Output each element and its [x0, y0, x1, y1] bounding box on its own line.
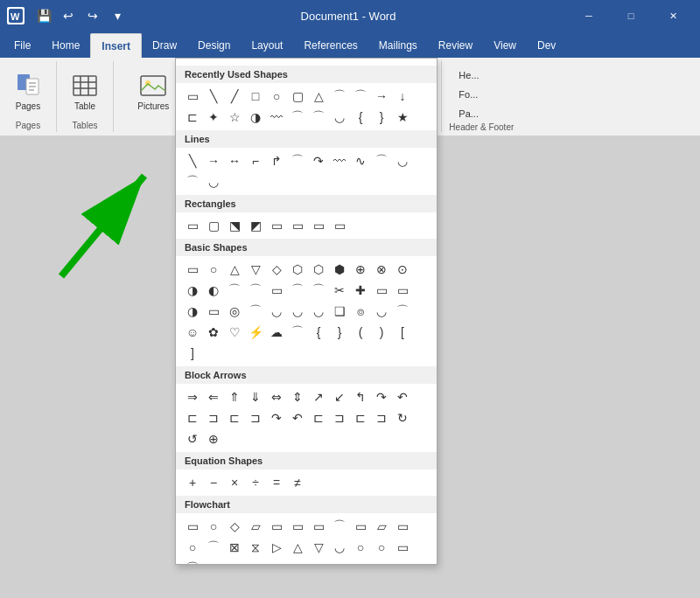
- rectangles-title: Rectangles: [176, 195, 437, 212]
- rect-rounded[interactable]: ▢: [204, 216, 223, 235]
- shapes-dropdown[interactable]: Recently Used Shapes ▭ ╲ ╱ □ ○ ▢ △ ⌒ ⌒ →…: [175, 58, 438, 565]
- shape-half-circle[interactable]: ◑: [246, 108, 265, 127]
- shape-triangle[interactable]: △: [309, 87, 328, 106]
- header-button[interactable]: He...: [455, 66, 508, 84]
- shape-semicircle[interactable]: ◡: [330, 108, 349, 127]
- line-connector2[interactable]: ◡: [393, 151, 412, 170]
- tab-insert[interactable]: Insert: [90, 33, 142, 58]
- tab-layout[interactable]: Layout: [241, 33, 293, 58]
- title-bar: W 💾 ↩ ↪ ▾ Document1 - Word ─ □ ✕: [0, 0, 700, 31]
- pictures-label: Pictures: [137, 101, 169, 111]
- basic-shapes: ▭ ○ △ ▽ ◇ ⬡ ⬡ ⬢ ⊕ ⊗ ⊙ ◑ ◐ ⌒ ⌒ ▭ ⌒ ⌒ ✂ ✚ …: [176, 256, 437, 366]
- shape-arrow-down[interactable]: ↓: [393, 87, 412, 106]
- shape-curve1[interactable]: ⌒: [288, 108, 307, 127]
- rect-snip2[interactable]: ◩: [246, 216, 265, 235]
- rect-snip5[interactable]: ▭: [309, 216, 328, 235]
- tab-file[interactable]: File: [4, 33, 41, 58]
- header-group-content: He... Fo... Pa...: [455, 61, 508, 122]
- rect-snip3[interactable]: ▭: [267, 216, 286, 235]
- svg-text:W: W: [10, 11, 20, 22]
- shape-rounded-rect[interactable]: ▢: [288, 87, 307, 106]
- table-label: Table: [74, 101, 95, 111]
- minimize-button[interactable]: ─: [569, 0, 609, 31]
- tab-references[interactable]: References: [293, 33, 368, 58]
- tab-design[interactable]: Design: [187, 33, 241, 58]
- tab-dev[interactable]: Dev: [527, 33, 566, 58]
- svg-rect-12: [141, 76, 165, 95]
- shape-star[interactable]: ☆: [225, 108, 244, 127]
- tables-group-content: Table: [64, 61, 106, 121]
- word-icon: W: [7, 7, 24, 24]
- ribbon-group-tables: Table Tables: [57, 61, 114, 132]
- lines-shapes: ╲ → ↔ ⌐ ↱ ⌒ ↷ 〰 ∿ ⌒ ◡ ⌒ ◡: [176, 148, 437, 195]
- shape-curve2[interactable]: ⌒: [309, 108, 328, 127]
- title-bar-left: W 💾 ↩ ↪ ▾: [7, 5, 128, 26]
- flowchart-title: Flowchart: [176, 496, 437, 513]
- tab-review[interactable]: Review: [428, 33, 483, 58]
- line-double-arrow[interactable]: ↔: [225, 151, 244, 170]
- redo-button[interactable]: ↪: [82, 5, 103, 26]
- line-elbow[interactable]: ⌐: [246, 151, 265, 170]
- shape-circle[interactable]: ○: [267, 87, 286, 106]
- shape-rect[interactable]: ▭: [183, 87, 202, 106]
- equation-shapes-title: Equation Shapes: [176, 452, 437, 469]
- shape-cross[interactable]: ✦: [204, 108, 223, 127]
- rect-snip4[interactable]: ▭: [288, 216, 307, 235]
- window-controls: ─ □ ✕: [569, 0, 693, 31]
- line-connector1[interactable]: ⌒: [372, 151, 391, 170]
- shape-arc2[interactable]: ⌒: [351, 87, 370, 106]
- undo-button[interactable]: ↩: [58, 5, 79, 26]
- rectangles-shapes: ▭ ▢ ⬔ ◩ ▭ ▭ ▭ ▭: [176, 212, 437, 239]
- line-elbow-arrow[interactable]: ↱: [267, 151, 286, 170]
- shape-line2[interactable]: ╱: [225, 87, 244, 106]
- shape-brace-close[interactable]: }: [372, 108, 391, 127]
- shape-star2[interactable]: ★: [393, 108, 412, 127]
- tables-group-label: Tables: [64, 121, 106, 132]
- ribbon-group-pages: Pages Pages: [0, 61, 57, 132]
- line-scribble[interactable]: 〰: [330, 151, 349, 170]
- shape-bracket[interactable]: ⊏: [183, 108, 202, 127]
- customize-qa-button[interactable]: ▾: [107, 5, 128, 26]
- rect-snip1[interactable]: ⬔: [225, 216, 244, 235]
- basic-shapes-title: Basic Shapes: [176, 239, 437, 256]
- close-button[interactable]: ✕: [653, 0, 693, 31]
- line-freeform[interactable]: ∿: [351, 151, 370, 170]
- shape-arrow-right[interactable]: →: [372, 87, 391, 106]
- shape-rect2[interactable]: □: [246, 87, 265, 106]
- shape-wave[interactable]: 〰: [267, 108, 286, 127]
- ribbon: Pages Pages Table Tables: [0, 58, 700, 136]
- line-arrow[interactable]: →: [204, 151, 223, 170]
- line-connector3[interactable]: ⌒: [183, 172, 202, 191]
- recently-used-title: Recently Used Shapes: [176, 66, 437, 83]
- recently-used-shapes: ▭ ╲ ╱ □ ○ ▢ △ ⌒ ⌒ → ↓ ⊏ ✦ ☆ ◑ 〰 ⌒ ⌒ ◡ { …: [176, 83, 437, 130]
- table-button[interactable]: Table: [64, 65, 106, 117]
- save-button[interactable]: 💾: [33, 5, 54, 26]
- pages-label: Pages: [16, 101, 40, 111]
- quick-access-toolbar: 💾 ↩ ↪ ▾: [33, 5, 128, 26]
- tab-draw[interactable]: Draw: [142, 33, 187, 58]
- shape-brace-open[interactable]: {: [351, 108, 370, 127]
- footer-button[interactable]: Fo...: [455, 86, 508, 103]
- lines-title: Lines: [176, 130, 437, 148]
- rect-snip6[interactable]: ▭: [330, 216, 349, 235]
- ribbon-tabs: File Home Insert Draw Design Layout Refe…: [0, 31, 700, 58]
- block-arrows-title: Block Arrows: [176, 366, 437, 384]
- line-curved-arrow[interactable]: ↷: [309, 151, 328, 170]
- tab-home[interactable]: Home: [41, 33, 90, 58]
- shape-line1[interactable]: ╲: [204, 87, 223, 106]
- maximize-button[interactable]: □: [611, 0, 651, 31]
- tab-mailings[interactable]: Mailings: [368, 33, 428, 58]
- document-title: Document1 - Word: [128, 10, 569, 23]
- line-connector4[interactable]: ◡: [204, 172, 223, 191]
- pages-group-label: Pages: [7, 121, 49, 132]
- shape-arc1[interactable]: ⌒: [330, 87, 349, 106]
- page-number-button[interactable]: Pa...: [455, 105, 508, 122]
- pages-group-content: Pages: [7, 61, 49, 121]
- tab-view[interactable]: View: [483, 33, 527, 58]
- line-straight[interactable]: ╲: [183, 151, 202, 170]
- rect-basic[interactable]: ▭: [183, 216, 202, 235]
- ribbon-group-header: He... Fo... Pa... Header & Footer: [442, 61, 521, 132]
- pictures-button[interactable]: Pictures: [130, 65, 176, 117]
- line-curved[interactable]: ⌒: [288, 151, 307, 170]
- pages-button[interactable]: Pages: [7, 65, 49, 117]
